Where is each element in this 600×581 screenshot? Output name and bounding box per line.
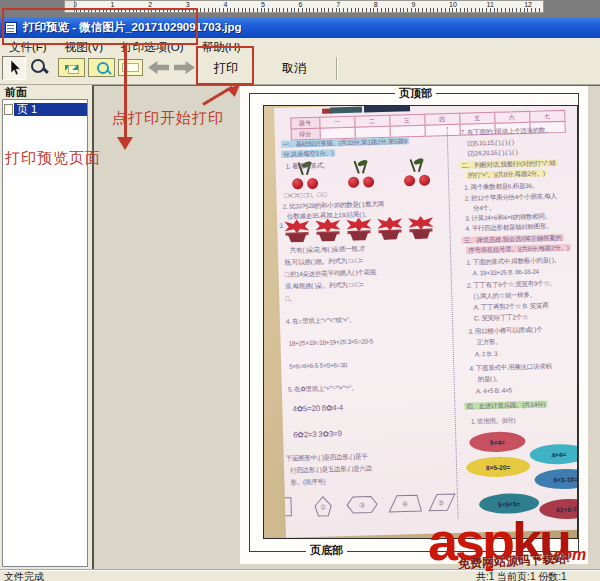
- worksheet-text-line: 5. 在✿里填上“+”“-”“×”“÷”。: [288, 384, 358, 393]
- worksheet-text-line: 的是( )。: [478, 375, 502, 383]
- annotation-box-print: [196, 46, 254, 85]
- square-shape: [285, 498, 292, 516]
- cherry-illustration: [399, 159, 436, 187]
- worksheet-text-line: 的打“×”。)(共8分,每题2分。): [466, 169, 547, 178]
- next-page-arrow-icon[interactable]: [174, 61, 195, 74]
- previous-page-arrow-icon[interactable]: [148, 61, 169, 74]
- score-table-cell: [424, 123, 460, 136]
- select-tool-button[interactable]: [2, 56, 26, 80]
- ruler-number: 11: [487, 1, 494, 9]
- worksheet-edge-decoration: [364, 106, 410, 112]
- flowerpot-illustration: [376, 216, 404, 240]
- status-bar: 文件完成 共:1 当前页:1 份数:1: [0, 570, 600, 581]
- ruler-number: 12: [524, 1, 532, 9]
- worksheet-text-line: 四、走进计算乐园。(共14分): [464, 400, 547, 409]
- worksheet-text-line: 1. 吹泡泡。(8分): [471, 416, 516, 424]
- score-table-cell: [319, 126, 355, 139]
- score-table-cell: [389, 124, 425, 137]
- status-message: 文件完成: [4, 571, 44, 581]
- worksheet-text-line: 3. 用12根小棒可以摆成( )个: [468, 326, 542, 335]
- flowerpot-illustration: [407, 216, 435, 240]
- worksheet-text-line: 5×6○6×6-5 5×5+6○30: [289, 361, 347, 370]
- worksheet-text-line: A. 2 B. 3: [475, 350, 497, 358]
- worksheet-text-line: (1)5,10,15,( ),( ),( ): [467, 138, 514, 146]
- flowerpot-illustration: [345, 217, 373, 241]
- preview-pane: 页顶部 页底部 题号一二三四五六七得分: [92, 85, 600, 570]
- shape-label: ③: [359, 502, 365, 509]
- sidebar-header: 前面: [2, 85, 88, 99]
- worksheet-text-line: ( ),两人的☆就一样多。: [473, 291, 536, 300]
- page-item-label: 页 1: [14, 103, 87, 116]
- fit-page-button[interactable]: [58, 58, 85, 77]
- column-divider: [447, 127, 459, 519]
- cursor-arrow-icon: [7, 59, 23, 77]
- worksheet-text-line: □×□=□ □□、□-□: [284, 191, 326, 199]
- preview-paper: 页顶部 页底部 题号一二三四五六七得分: [240, 86, 588, 564]
- worksheet-text-line: 2. 比32与28的和小35的数是( );最大两: [283, 200, 384, 210]
- worksheet-text-line: 序号填在括号里。)(共8分,每题2分。): [466, 244, 571, 254]
- worksheet-text-line: 三、择优选择,我会选!(将正确答案的: [462, 234, 564, 244]
- image-magnifier-handle: [106, 69, 112, 75]
- ruler-number: 4: [223, 1, 227, 9]
- worksheet-text-line: A. 4+5 B. 4×5: [476, 386, 512, 394]
- cancel-button[interactable]: 取消: [264, 55, 324, 81]
- zoom-tool-button[interactable]: [27, 56, 51, 80]
- page-list-item[interactable]: 页 1: [4, 103, 87, 116]
- worksheet-text-line: 下面图形中,( )是四边形,( )是平: [286, 453, 368, 462]
- page-icon: [4, 104, 13, 115]
- page-boundary-box: 页顶部 页底部 题号一二三四五六七得分: [249, 93, 579, 552]
- worksheet-text-line: 4. 在○里填上“>”“<”或“=”。: [286, 316, 355, 325]
- worksheet-text-line: (2)24,20,16,( ),( ),( ): [467, 148, 517, 156]
- worksheet-text-line: A. 19+33+25 B. 86-18-24: [473, 268, 539, 277]
- annotation-box-title: [2, 8, 198, 45]
- worksheet-text-line: 18+25+19○18+19+25 3×5○20-5: [288, 337, 373, 346]
- score-table-cell: [354, 125, 390, 138]
- worksheet-text-line: 分,其余每空1分。): [281, 149, 335, 158]
- annotation-arrowhead: [117, 137, 133, 150]
- worksheet-text-line: 形。(填序号): [290, 478, 325, 486]
- calculation-bubble: 4×4=: [530, 443, 577, 465]
- score-table-header: 得分: [290, 127, 320, 140]
- calculation-bubble: 8×5-20=: [466, 456, 531, 478]
- worksheet-text-line: 7. 在下面的□里填上个适当的数。: [461, 126, 552, 136]
- zoom-image-button[interactable]: [88, 58, 115, 77]
- cherry-illustration: [344, 160, 381, 188]
- worksheet-text-line: 2. 把12个苹果分给4个小朋友,每人: [464, 192, 556, 202]
- worksheet-text-line: 二、判断对话,我最行!(对的打“√”,错: [460, 159, 558, 169]
- page-top-label: 页顶部: [395, 86, 436, 101]
- calculation-bubble: 6×3-10=: [534, 468, 577, 490]
- worksheet-text-line: 1. 看图写算式。: [286, 161, 330, 169]
- worksheet-edge-decoration: [330, 107, 362, 114]
- ruler-number: 6: [299, 1, 303, 9]
- worksheet-text-line: A. 丁丁再剪2个☆ B. 笑笑再: [474, 301, 549, 310]
- margins-button[interactable]: [118, 59, 143, 76]
- worksheet-text-line: 3.: [279, 222, 284, 229]
- worksheet-text-line: □;把14朵这些花平均插入( )个花瓶: [285, 268, 377, 278]
- ruler-number: 9: [411, 1, 415, 9]
- worksheet-text-line: 3. 计算24+6和4×6的得数相同。: [465, 212, 551, 221]
- toolbar-separator: [336, 57, 338, 80]
- worksheet-text-line: C. 笑笑给丁丁2个☆: [474, 313, 528, 322]
- ruler-number: 7: [336, 1, 340, 9]
- flowerpot-illustration: [314, 218, 342, 242]
- worksheet-text-line: 4✿5=20 8✿4-4: [292, 404, 343, 412]
- magnifier-handle: [42, 67, 49, 74]
- worksheet-text-line: 4. 下面算式中,用乘法口诀求积: [469, 362, 551, 371]
- ruler-number: 8: [374, 1, 378, 9]
- shape-label: ④: [402, 500, 408, 507]
- shape-label: ②: [320, 504, 326, 511]
- toolbar: 打印 取消: [0, 55, 600, 85]
- worksheet-text-line: 里,每瓶插( )朵。列式为 □○□=: [285, 281, 364, 290]
- worksheet-photo: 题号一二三四五六七得分: [274, 106, 577, 538]
- ruler-number: 5: [261, 1, 265, 9]
- worksheet-text-line: 1. 下面的算式中,得数最小的是( )。: [466, 256, 560, 266]
- worksheet-text-line: 共有( )朵花,每( )朵插一瓶,才: [290, 245, 366, 254]
- annotation-print-note: 点打印开始打印: [112, 109, 224, 128]
- page-bottom-label: 页底部: [306, 543, 347, 558]
- worksheet-text-line: 正方形。: [477, 338, 502, 346]
- worksheet-text-line: 分4个。: [473, 204, 495, 212]
- worksheet-text-line: 6✿2=3 3✿3=9: [293, 430, 342, 438]
- worksheet-text-line: 行四边形,( )是五边形,( )是六边: [290, 464, 372, 473]
- calculation-bubble: 5×4=: [469, 431, 526, 453]
- flowerpot-illustration: [283, 219, 311, 243]
